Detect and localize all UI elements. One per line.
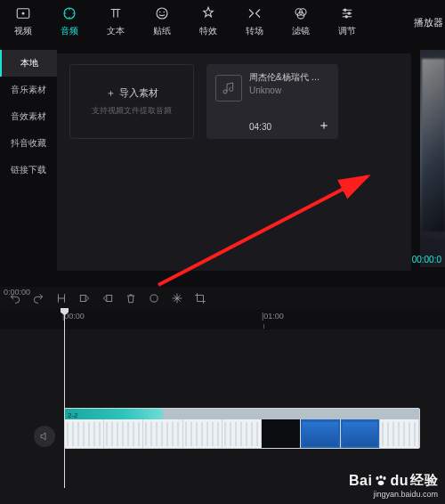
preview-panel-label: 播放器 — [412, 11, 445, 35]
top-tab-filter[interactable]: 滤镜 — [281, 5, 320, 50]
top-tab-sticker[interactable]: 贴纸 — [142, 5, 182, 50]
effect-icon — [200, 5, 216, 21]
add-media-button[interactable]: ＋ — [317, 118, 331, 132]
svg-point-17 — [380, 476, 383, 479]
media-artist: Unknow — [249, 85, 329, 95]
top-tab-transition[interactable]: 转场 — [235, 5, 274, 50]
tool-delete[interactable] — [125, 292, 137, 305]
top-tab-effect[interactable]: 特效 — [189, 5, 228, 50]
svg-rect-14 — [107, 296, 112, 302]
svg-point-9 — [344, 9, 346, 11]
top-tab-audio[interactable]: 音频 — [50, 5, 89, 50]
top-tab-video[interactable]: 视频 — [4, 5, 43, 50]
tool-cut-left[interactable] — [78, 292, 91, 305]
tool-crop[interactable] — [194, 292, 206, 305]
top-tab-label: 视频 — [14, 25, 32, 37]
top-tab-label: 滤镜 — [292, 25, 310, 37]
transition-icon — [247, 5, 263, 21]
tool-split[interactable] — [55, 292, 68, 305]
top-tab-label: 特效 — [199, 25, 217, 37]
top-tab-label: 音频 — [61, 25, 78, 37]
audio-media-card[interactable]: 周杰伦&杨瑞代 … Unknow 04:30 ＋ — [206, 64, 338, 139]
side-tab-3[interactable]: 抖音收藏 — [0, 130, 57, 157]
svg-point-10 — [348, 12, 350, 14]
preview-video-slice — [418, 50, 445, 267]
tool-cut-right[interactable] — [101, 292, 114, 305]
side-tab-0[interactable]: 本地 — [0, 50, 57, 77]
svg-point-3 — [157, 8, 167, 19]
tool-redo[interactable] — [32, 292, 44, 305]
svg-point-16 — [376, 476, 379, 480]
side-tab-1[interactable]: 音乐素材 — [0, 77, 57, 103]
baidu-watermark: Bai du 经验 jingyan.baidu.com — [349, 472, 438, 499]
video-icon — [15, 5, 31, 21]
media-title: 周杰伦&杨瑞代 … — [249, 71, 329, 84]
svg-point-4 — [159, 12, 161, 13]
timeline-toolbar: 0:00:00 — [0, 287, 445, 310]
top-tab-label: 贴纸 — [153, 25, 171, 37]
svg-point-5 — [164, 12, 166, 13]
top-tab-adjust[interactable]: 调节 — [328, 5, 367, 50]
audio-icon — [61, 5, 77, 21]
svg-point-15 — [150, 295, 158, 302]
filter-icon — [293, 5, 309, 21]
svg-rect-13 — [80, 296, 85, 302]
import-media-box[interactable]: ＋ 导入素材 支持视频文件提取音频 — [69, 64, 194, 139]
import-hint: 支持视频文件提取音频 — [92, 105, 172, 117]
adjust-icon — [339, 5, 355, 21]
svg-point-18 — [384, 476, 386, 480]
top-tab-label: 转场 — [246, 25, 263, 37]
ruler-mark: |01:00 — [262, 312, 284, 321]
video-clip[interactable]: 2-2 — [64, 408, 420, 449]
svg-line-12 — [158, 176, 368, 285]
media-duration: 04:30 — [249, 122, 271, 132]
tool-freeze[interactable] — [171, 292, 183, 305]
tool-record[interactable] — [148, 292, 160, 305]
clip-label: 2-2 — [65, 411, 78, 419]
sticker-icon — [154, 5, 170, 21]
top-tab-text[interactable]: 文本 — [96, 5, 135, 50]
top-tab-label: 文本 — [107, 25, 125, 37]
svg-point-1 — [22, 12, 25, 15]
svg-point-11 — [345, 16, 347, 18]
text-icon — [108, 5, 124, 21]
music-note-icon — [215, 75, 242, 102]
plus-icon: ＋ — [106, 86, 116, 100]
media-panel: ＋ 导入素材 支持视频文件提取音频 周杰伦&杨瑞代 … Unknow 04:30… — [57, 53, 411, 271]
side-tab-2[interactable]: 音效素材 — [0, 103, 57, 130]
timecode-readout: 0:00:00 — [0, 286, 34, 298]
track-mute-button[interactable] — [34, 426, 55, 447]
playhead[interactable] — [64, 310, 65, 488]
top-tab-label: 调节 — [338, 25, 356, 37]
svg-point-19 — [378, 481, 384, 485]
import-label: 导入素材 — [119, 86, 158, 100]
side-tab-4[interactable]: 链接下载 — [0, 157, 57, 183]
